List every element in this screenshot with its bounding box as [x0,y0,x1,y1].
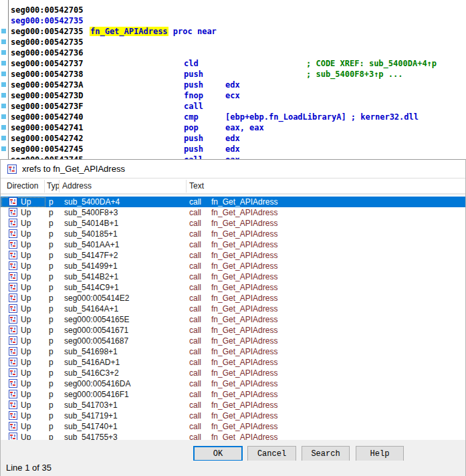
xref-row-icon [9,272,17,281]
disasm-line[interactable]: seg000:00542745 [0,154,466,159]
xref-row[interactable]: Up p sub_541755+3 call fn_Get_APIAdress [1,432,465,440]
xref-row[interactable]: Up p seg000:005416DA call fn_Get_APIAdre… [1,378,465,389]
disasm-line[interactable]: seg000:00542735 ; sub_5400F8+3↑p ... [0,15,466,26]
xref-row[interactable]: Up p seg000:00541687 call fn_Get_APIAdre… [1,336,465,346]
search-button[interactable]: Search [302,446,350,461]
xref-type: p [49,432,53,440]
ok-button[interactable]: OK [193,446,243,461]
column-separator[interactable] [59,180,60,193]
xref-text-mnemonic: call [189,325,201,336]
column-header-address[interactable]: Address [62,181,92,191]
xref-row[interactable]: Up p seg000:005414E2 call fn_Get_APIAdre… [1,293,465,304]
xref-type: p [49,271,53,282]
xref-row[interactable]: Up p sub_541719+1 call fn_Get_APIAdress [1,410,465,421]
xref-text-target: fn_Get_APIAdress [211,400,277,410]
xref-row[interactable]: Up p sub_5400F8+3 call fn_Get_APIAdress [1,207,465,218]
xref-type: p [49,314,53,325]
disasm-line[interactable]: seg000:00542740 push edx [0,101,466,112]
xrefs-dialog-icon [7,164,17,174]
xref-row-icon [9,251,17,259]
xref-text-target: fn_Get_APIAdress [211,271,277,282]
xref-row[interactable]: Up p seg000:0054165E call fn_Get_APIAdre… [1,314,465,325]
xref-row[interactable]: Up p sub_5414B2+1 call fn_Get_APIAdress [1,271,465,282]
help-button[interactable]: Help [356,446,404,461]
xref-direction: Up [21,197,31,207]
disasm-line[interactable]: seg000:00542745 retn [0,133,466,144]
xref-text-mnemonic: call [189,218,201,229]
xref-row-icon [9,411,17,420]
xref-text-target: fn_Get_APIAdress [211,207,277,218]
xref-row[interactable]: Up p sub_541740+1 call fn_Get_APIAdress [1,421,465,432]
xref-row[interactable]: Up p seg000:005416F1 call fn_Get_APIAdre… [1,389,465,400]
disasm-line[interactable]: seg000:00542737 push ecx [0,47,466,58]
xref-address: seg000:005416F1 [64,389,129,400]
cancel-button[interactable]: Cancel [247,446,296,461]
xref-row[interactable]: Up p sub_5401AA+1 call fn_Get_APIAdress [1,239,465,250]
disassembly-view[interactable]: seg000:00542705 seg000:00542735 fn_Get_A… [0,0,466,159]
xref-row-icon [9,293,17,302]
xref-row[interactable]: Up p sub_5416C3+2 call fn_Get_APIAdress [1,368,465,378]
xref-type: p [49,346,53,357]
xref-direction: Up [21,336,31,346]
column-separator[interactable] [44,180,45,193]
disasm-line[interactable]: seg000:00542742 call [ebp+ebp.fn_GetProc… [0,122,466,133]
column-header-direction[interactable]: Direction [7,181,38,191]
xref-text-mnemonic: call [189,389,201,400]
xref-row[interactable]: Up p sub_541499+1 call fn_Get_APIAdress [1,261,465,271]
xref-address: seg000:0054165E [64,314,129,325]
disasm-line[interactable]: seg000:00542738 fnop [0,58,466,69]
xref-row-icon [9,347,17,356]
xref-address: sub_540185+1 [64,229,118,239]
xref-text-target: fn_Get_APIAdress [211,336,277,346]
xref-row[interactable]: Up p sub_541698+1 call fn_Get_APIAdress [1,346,465,357]
xref-row-icon [9,358,17,366]
column-separator[interactable] [186,180,187,193]
xref-text-mnemonic: call [189,400,201,410]
xref-address: seg000:00541671 [64,325,128,336]
dialog-title: xrefs to fn_Get_APIAdress [22,164,125,174]
xref-address: sub_5414B2+1 [64,271,118,282]
xref-list-header: Direction Typ Address Text [1,178,465,194]
xref-text-target: fn_Get_APIAdress [211,346,277,357]
xref-type: p [49,368,53,378]
xref-text-target: fn_Get_APIAdress [211,239,277,250]
xref-row[interactable]: Up p sub_5414C9+1 call fn_Get_APIAdress [1,282,465,293]
xref-row-icon [9,368,17,377]
xref-row[interactable]: Up p sub_54014B+1 call fn_Get_APIAdress [1,218,465,229]
xref-type: p [49,336,53,346]
xref-row[interactable]: Up p sub_54164A+1 call fn_Get_APIAdress [1,304,465,314]
xref-text-target: fn_Get_APIAdress [211,421,277,432]
xref-type: p [49,293,53,304]
xref-text-mnemonic: call [189,368,201,378]
xref-row[interactable]: Up p seg000:00541671 call fn_Get_APIAdre… [1,325,465,336]
xref-direction: Up [21,261,31,271]
status-line-counter: Line 1 of 35 [6,463,51,473]
column-header-type[interactable]: Typ [47,181,59,191]
column-header-text[interactable]: Text [189,181,204,191]
disasm-line[interactable]: seg000:0054273A call [ebp+ebp.fn_LoadLib… [0,69,466,80]
disasm-line[interactable]: seg000:00542745 fn_Get_APIAdress endp [0,144,466,154]
xref-text-mnemonic: call [189,421,201,432]
xref-text-mnemonic: call [189,432,201,440]
xref-row[interactable]: Up p sub_5400DA+4 call fn_Get_APIAdress [1,197,465,207]
xref-type: p [49,207,53,218]
xref-address: seg000:00541687 [64,336,128,346]
disasm-line[interactable]: seg000:0054273D cmp eax, eax [0,80,466,90]
disasm-line[interactable]: seg000:0054273F pop edx [0,90,466,101]
disasm-line[interactable]: seg000:00542735 cld [0,26,466,37]
xref-list[interactable]: Up p sub_5400DA+4 call fn_Get_APIAdress … [1,195,465,440]
disasm-line[interactable]: seg000:00542735 fn_Get_APIAdress proc ne… [0,5,466,15]
xref-direction: Up [21,432,31,440]
xref-row[interactable]: Up p sub_541703+1 call fn_Get_APIAdress [1,400,465,410]
xref-text-target: fn_Get_APIAdress [211,410,277,421]
disasm-line[interactable]: seg000:00542705 [0,0,466,5]
xref-row[interactable]: Up p sub_5416AD+1 call fn_Get_APIAdress [1,357,465,368]
xref-address: sub_5400DA+4 [64,197,120,207]
dialog-titlebar[interactable]: xrefs to fn_Get_APIAdress [1,160,465,178]
disasm-line[interactable]: seg000:00542741 push eax [0,112,466,122]
disasm-line[interactable]: seg000:00542736 push edx [0,37,466,47]
xref-row-icon [9,304,17,313]
xref-type: p [49,218,53,229]
xref-row[interactable]: Up p sub_540185+1 call fn_Get_APIAdress [1,229,465,239]
xref-row[interactable]: Up p sub_54147F+2 call fn_Get_APIAdress [1,250,465,261]
